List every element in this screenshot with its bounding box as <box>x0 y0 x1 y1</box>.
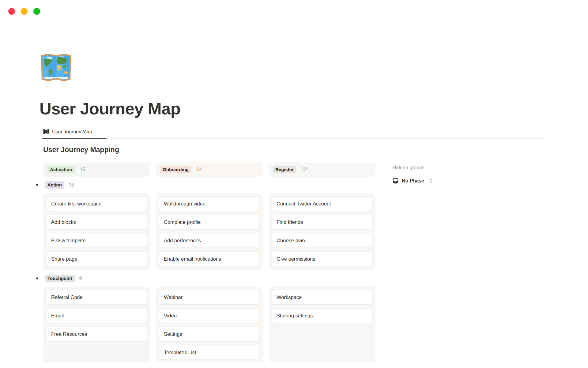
card[interactable]: Free Resources <box>46 327 147 341</box>
collapse-triangle-icon[interactable]: ▼ <box>34 277 40 281</box>
card[interactable]: Complete profile <box>159 215 260 229</box>
card[interactable]: Share page <box>46 251 147 266</box>
collapse-triangle-icon[interactable]: ▼ <box>34 183 40 187</box>
tab-user-journey-map[interactable]: User Journey Map <box>43 129 92 135</box>
column-badge: Activation <box>47 166 75 173</box>
card[interactable]: Connect Twitter Account <box>272 196 372 211</box>
column-header-register[interactable]: Register 12 <box>269 163 375 177</box>
touchpoint-activation-panel: Referral Code Email Free Resources <box>43 287 150 362</box>
board-view-icon <box>43 129 49 135</box>
column-count: 14 <box>196 167 202 172</box>
group-count: 9 <box>79 276 82 281</box>
card[interactable]: Pick a template <box>46 233 147 248</box>
action-onboarding-panel: Walkthrough video Complete profile Add p… <box>156 193 263 270</box>
action-activation-panel: Create first workspace Add blocks Pick a… <box>43 193 150 270</box>
no-phase-count: 0 <box>430 178 432 184</box>
column-count: 15 <box>80 167 85 172</box>
card[interactable]: Settings <box>159 327 260 341</box>
card[interactable]: Workspace <box>272 290 372 305</box>
view-tab-bar: User Journey Map <box>0 127 588 140</box>
tab-label: User Journey Map <box>52 129 92 135</box>
card[interactable]: Create first workspace <box>46 196 147 211</box>
page-title[interactable]: User Journey Map <box>40 99 180 118</box>
column-badge: Onboarding <box>160 166 191 173</box>
card[interactable]: Video <box>159 308 260 323</box>
minimize-button[interactable] <box>21 8 28 15</box>
column-badge: Register <box>273 166 296 173</box>
group-header-action: ▼ Action 12 <box>34 180 74 190</box>
column-header-onboarding[interactable]: Onboarding 14 <box>156 163 263 177</box>
card[interactable]: Give permissions <box>272 251 372 266</box>
action-register-panel: Connect Twitter Account Find friends Cho… <box>269 193 375 270</box>
card[interactable]: Templates List <box>159 345 260 360</box>
world-map-emoji-icon[interactable] <box>40 53 72 82</box>
card[interactable]: Add perferences <box>159 233 260 248</box>
window-controls <box>8 8 40 15</box>
board-title: User Journey Mapping <box>43 146 119 154</box>
zoom-button[interactable] <box>33 8 40 15</box>
touchpoint-onboarding-panel: Webinar Video Settings Templates List <box>156 287 263 362</box>
no-phase-inbox-icon <box>393 178 398 184</box>
column-header-activation[interactable]: Activation 15 <box>43 163 150 177</box>
notion-window: User Journey Map User Journey Map User J… <box>0 0 588 368</box>
column-count: 12 <box>301 167 307 172</box>
hidden-group-no-phase[interactable]: No Phase 0 <box>393 178 432 184</box>
group-badge[interactable]: Action <box>45 181 64 189</box>
tab-divider <box>43 138 546 139</box>
card[interactable]: Walkthrough video <box>159 196 260 211</box>
card[interactable]: Sharing settings <box>272 308 372 323</box>
card[interactable]: Webinar <box>159 290 260 305</box>
card[interactable]: Email <box>46 308 147 323</box>
touchpoint-register-panel: Workspace Sharing settings <box>269 287 375 362</box>
card[interactable]: Choose plan <box>272 233 372 248</box>
card[interactable]: Enable email notifications <box>159 251 260 266</box>
card[interactable]: Add blocks <box>46 215 147 229</box>
active-tab-indicator <box>42 138 107 139</box>
hidden-groups-label: Hidden groups <box>393 165 424 171</box>
card[interactable]: Referral Code <box>46 290 147 305</box>
card[interactable]: Find friends <box>272 215 372 229</box>
group-header-touchpoint: ▼ Touchpoint 9 <box>34 274 82 283</box>
no-phase-label: No Phase <box>402 178 424 184</box>
close-button[interactable] <box>8 8 15 15</box>
group-badge[interactable]: Touchpoint <box>45 275 75 282</box>
group-count: 12 <box>69 182 74 188</box>
